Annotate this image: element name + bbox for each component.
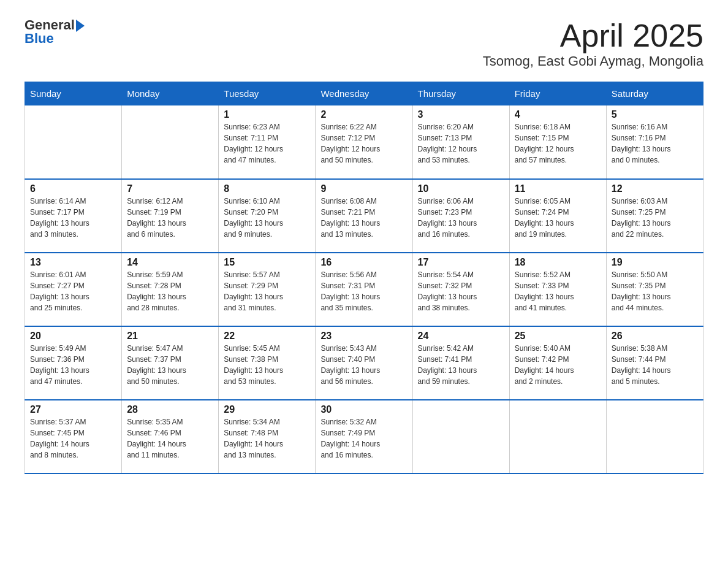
day-number: 15 [224,257,310,268]
calendar-cell: 3Sunrise: 6:20 AM Sunset: 7:13 PM Daylig… [412,105,509,179]
calendar-cell: 19Sunrise: 5:50 AM Sunset: 7:35 PM Dayli… [606,253,703,326]
calendar-header-friday: Friday [509,82,606,105]
day-number: 22 [224,331,310,342]
calendar-cell: 2Sunrise: 6:22 AM Sunset: 7:12 PM Daylig… [316,105,412,179]
calendar-week-row: 6Sunrise: 6:14 AM Sunset: 7:17 PM Daylig… [25,179,703,253]
page-title: April 2025 [483,18,703,53]
day-number: 28 [127,404,213,415]
calendar-week-row: 20Sunrise: 5:49 AM Sunset: 7:36 PM Dayli… [25,326,703,400]
day-info: Sunrise: 5:32 AM Sunset: 7:49 PM Dayligh… [320,416,407,461]
calendar-cell: 30Sunrise: 5:32 AM Sunset: 7:49 PM Dayli… [316,400,412,473]
day-number: 20 [30,331,116,342]
day-number: 29 [224,404,310,415]
day-number: 8 [224,183,310,194]
day-info: Sunrise: 6:22 AM Sunset: 7:12 PM Dayligh… [320,121,407,166]
calendar-cell [122,105,219,179]
day-number: 17 [418,257,504,268]
calendar-cell: 12Sunrise: 6:03 AM Sunset: 7:25 PM Dayli… [606,179,703,253]
day-info: Sunrise: 5:56 AM Sunset: 7:31 PM Dayligh… [320,269,407,313]
calendar-header-row: SundayMondayTuesdayWednesdayThursdayFrid… [25,82,703,105]
day-info: Sunrise: 6:16 AM Sunset: 7:16 PM Dayligh… [612,121,698,166]
calendar-week-row: 13Sunrise: 6:01 AM Sunset: 7:27 PM Dayli… [25,253,703,326]
day-info: Sunrise: 6:01 AM Sunset: 7:27 PM Dayligh… [30,269,116,313]
calendar-header-sunday: Sunday [25,82,122,105]
calendar-week-row: 27Sunrise: 5:37 AM Sunset: 7:45 PM Dayli… [25,400,703,473]
day-number: 2 [320,109,407,120]
day-info: Sunrise: 6:14 AM Sunset: 7:17 PM Dayligh… [30,196,116,240]
calendar-cell: 27Sunrise: 5:37 AM Sunset: 7:45 PM Dayli… [25,400,122,473]
day-number: 18 [515,257,601,268]
calendar-cell: 24Sunrise: 5:42 AM Sunset: 7:41 PM Dayli… [412,326,509,400]
calendar-week-row: 1Sunrise: 6:23 AM Sunset: 7:11 PM Daylig… [25,105,703,179]
calendar-table: SundayMondayTuesdayWednesdayThursdayFrid… [25,82,703,474]
day-info: Sunrise: 5:42 AM Sunset: 7:41 PM Dayligh… [418,343,504,387]
day-number: 11 [515,183,601,194]
day-info: Sunrise: 5:54 AM Sunset: 7:32 PM Dayligh… [418,269,504,313]
calendar-cell: 26Sunrise: 5:38 AM Sunset: 7:44 PM Dayli… [606,326,703,400]
calendar-cell [412,400,509,473]
calendar-header-tuesday: Tuesday [219,82,316,105]
calendar-cell: 9Sunrise: 6:08 AM Sunset: 7:21 PM Daylig… [316,179,412,253]
calendar-cell: 14Sunrise: 5:59 AM Sunset: 7:28 PM Dayli… [122,253,219,326]
calendar-cell: 18Sunrise: 5:52 AM Sunset: 7:33 PM Dayli… [509,253,606,326]
day-info: Sunrise: 5:43 AM Sunset: 7:40 PM Dayligh… [320,343,407,387]
day-number: 10 [418,183,504,194]
day-number: 4 [515,109,601,120]
logo: General Blue [25,18,85,45]
day-info: Sunrise: 5:35 AM Sunset: 7:46 PM Dayligh… [127,416,213,461]
day-info: Sunrise: 5:38 AM Sunset: 7:44 PM Dayligh… [612,343,698,387]
day-number: 3 [418,109,504,120]
page-subtitle: Tsomog, East Gobi Aymag, Mongolia [483,53,703,69]
day-info: Sunrise: 6:12 AM Sunset: 7:19 PM Dayligh… [127,196,213,240]
day-info: Sunrise: 5:50 AM Sunset: 7:35 PM Dayligh… [612,269,698,313]
calendar-cell: 10Sunrise: 6:06 AM Sunset: 7:23 PM Dayli… [412,179,509,253]
day-info: Sunrise: 5:34 AM Sunset: 7:48 PM Dayligh… [224,416,310,461]
day-info: Sunrise: 5:47 AM Sunset: 7:37 PM Dayligh… [127,343,213,387]
calendar-header-wednesday: Wednesday [316,82,412,105]
calendar-cell [606,400,703,473]
day-number: 23 [320,331,407,342]
day-number: 5 [612,109,698,120]
calendar-cell [509,400,606,473]
calendar-header-thursday: Thursday [412,82,509,105]
calendar-cell: 16Sunrise: 5:56 AM Sunset: 7:31 PM Dayli… [316,253,412,326]
calendar-cell: 29Sunrise: 5:34 AM Sunset: 7:48 PM Dayli… [219,400,316,473]
day-info: Sunrise: 5:37 AM Sunset: 7:45 PM Dayligh… [30,416,116,461]
page-header: General Blue April 2025 Tsomog, East Gob… [25,18,703,69]
day-number: 12 [612,183,698,194]
day-number: 14 [127,257,213,268]
day-info: Sunrise: 5:59 AM Sunset: 7:28 PM Dayligh… [127,269,213,313]
day-number: 27 [30,404,116,415]
day-info: Sunrise: 5:52 AM Sunset: 7:33 PM Dayligh… [515,269,601,313]
day-info: Sunrise: 6:10 AM Sunset: 7:20 PM Dayligh… [224,196,310,240]
day-number: 9 [320,183,407,194]
day-number: 7 [127,183,213,194]
calendar-cell: 6Sunrise: 6:14 AM Sunset: 7:17 PM Daylig… [25,179,122,253]
calendar-cell: 8Sunrise: 6:10 AM Sunset: 7:20 PM Daylig… [219,179,316,253]
day-info: Sunrise: 6:23 AM Sunset: 7:11 PM Dayligh… [224,121,310,166]
day-number: 6 [30,183,116,194]
day-info: Sunrise: 6:08 AM Sunset: 7:21 PM Dayligh… [320,196,407,240]
calendar-cell: 21Sunrise: 5:47 AM Sunset: 7:37 PM Dayli… [122,326,219,400]
day-number: 21 [127,331,213,342]
title-block: April 2025 Tsomog, East Gobi Aymag, Mong… [483,18,703,69]
logo-text-blue: Blue [25,32,85,45]
day-number: 13 [30,257,116,268]
day-number: 19 [612,257,698,268]
day-info: Sunrise: 5:40 AM Sunset: 7:42 PM Dayligh… [515,343,601,387]
day-number: 1 [224,109,310,120]
calendar-cell: 25Sunrise: 5:40 AM Sunset: 7:42 PM Dayli… [509,326,606,400]
calendar-cell: 22Sunrise: 5:45 AM Sunset: 7:38 PM Dayli… [219,326,316,400]
day-info: Sunrise: 5:57 AM Sunset: 7:29 PM Dayligh… [224,269,310,313]
calendar-cell: 4Sunrise: 6:18 AM Sunset: 7:15 PM Daylig… [509,105,606,179]
calendar-cell: 1Sunrise: 6:23 AM Sunset: 7:11 PM Daylig… [219,105,316,179]
logo-text-general: General [25,18,75,32]
day-info: Sunrise: 5:45 AM Sunset: 7:38 PM Dayligh… [224,343,310,387]
day-info: Sunrise: 6:06 AM Sunset: 7:23 PM Dayligh… [418,196,504,240]
calendar-cell: 13Sunrise: 6:01 AM Sunset: 7:27 PM Dayli… [25,253,122,326]
day-info: Sunrise: 6:05 AM Sunset: 7:24 PM Dayligh… [515,196,601,240]
day-number: 25 [515,331,601,342]
calendar-header-saturday: Saturday [606,82,703,105]
day-number: 24 [418,331,504,342]
day-number: 30 [320,404,407,415]
